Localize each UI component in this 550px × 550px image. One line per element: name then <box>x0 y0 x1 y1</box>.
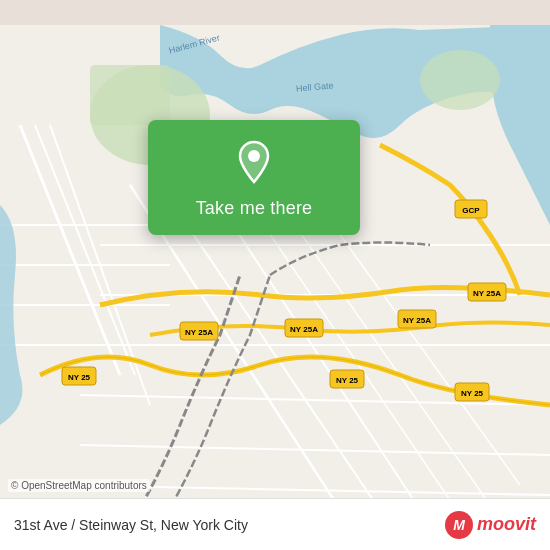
location-pin-icon <box>230 138 278 186</box>
svg-rect-2 <box>90 65 170 125</box>
take-me-there-button[interactable]: Take me there <box>148 120 360 235</box>
svg-text:M: M <box>453 517 465 533</box>
map-copyright: © OpenStreetMap contributors <box>8 479 150 492</box>
moovit-brand-name: moovit <box>477 514 536 535</box>
svg-point-41 <box>248 150 260 162</box>
svg-text:NY 25: NY 25 <box>336 376 359 385</box>
svg-text:NY 25: NY 25 <box>461 389 484 398</box>
svg-text:NY 25A: NY 25A <box>290 325 318 334</box>
location-label: 31st Ave / Steinway St, New York City <box>14 517 248 533</box>
moovit-logo: M moovit <box>445 511 536 539</box>
bottom-bar: 31st Ave / Steinway St, New York City M … <box>0 498 550 550</box>
svg-text:NY 25A: NY 25A <box>185 328 213 337</box>
svg-point-3 <box>420 50 500 110</box>
take-me-there-label: Take me there <box>196 198 313 219</box>
svg-text:GCP: GCP <box>462 206 480 215</box>
moovit-icon: M <box>445 511 473 539</box>
svg-text:NY 25: NY 25 <box>68 373 91 382</box>
map-container: NY 25 NY 25A NY 25A NY 25A NY 25 NY 25 N… <box>0 0 550 550</box>
map-background: NY 25 NY 25A NY 25A NY 25A NY 25 NY 25 N… <box>0 0 550 550</box>
svg-text:NY 25A: NY 25A <box>403 316 431 325</box>
svg-text:NY 25A: NY 25A <box>473 289 501 298</box>
